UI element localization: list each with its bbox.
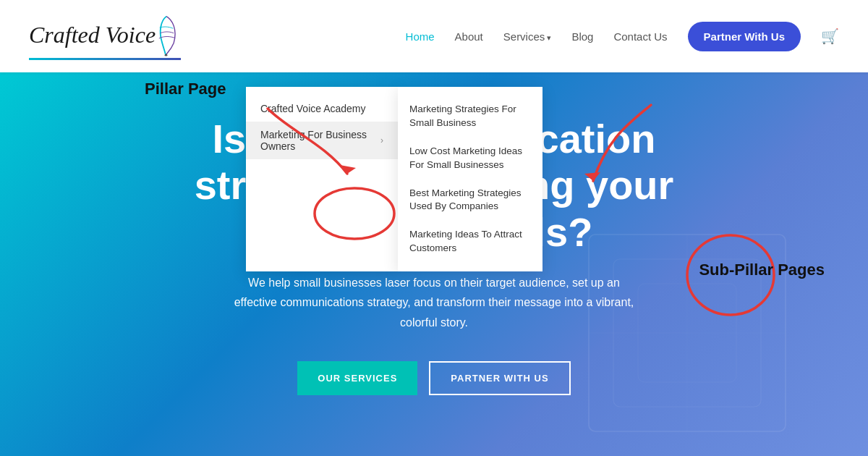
services-dropdown: Crafted Voice Academy Marketing For Busi… [246, 87, 542, 271]
sub-pillar-pages-annotation: Sub-Pillar Pages [699, 261, 825, 279]
nav-home[interactable]: Home [406, 30, 435, 43]
svg-point-0 [165, 54, 168, 56]
our-services-button[interactable]: OUR SERVICES [297, 361, 417, 395]
dropdown-item-marketing[interactable]: Marketing For Business Owners › [246, 122, 398, 159]
nav-contact[interactable]: Contact Us [613, 30, 667, 43]
dropdown-sub-item-4[interactable]: Marketing Ideas To Attract Customers [398, 221, 542, 263]
dropdown-sub-item-3[interactable]: Best Marketing Strategies Used By Compan… [398, 180, 542, 221]
dropdown-sub-item-1[interactable]: Marketing Strategies For Small Business [398, 96, 542, 138]
hero-section: Is your communication strategy supportin… [0, 72, 868, 456]
logo[interactable]: Crafted Voice [29, 13, 181, 60]
dropdown-right-panel: Marketing Strategies For Small Business … [398, 87, 542, 271]
logo-feather-icon [153, 13, 180, 56]
dropdown-left-panel: Crafted Voice Academy Marketing For Busi… [246, 87, 398, 271]
cart-icon[interactable]: 🛒 [821, 28, 839, 45]
hero-background-graphic [564, 210, 810, 456]
hero-buttons: OUR SERVICES PARTNER WITH US [297, 361, 570, 395]
logo-text: Crafted Voice [29, 23, 156, 46]
chevron-right-icon: › [380, 135, 383, 145]
partner-with-us-hero-button[interactable]: PARTNER WITH US [429, 361, 570, 395]
nav-about[interactable]: About [455, 30, 483, 43]
partner-with-us-button[interactable]: Partner With Us [688, 22, 801, 51]
pillar-page-annotation: Pillar Page [145, 80, 226, 98]
nav-services[interactable]: Services [503, 30, 552, 43]
dropdown-item-academy[interactable]: Crafted Voice Academy [246, 96, 398, 122]
nav-blog[interactable]: Blog [571, 30, 593, 43]
dropdown-sub-item-2[interactable]: Low Cost Marketing Ideas For Small Busin… [398, 138, 542, 180]
logo-underline [29, 58, 181, 60]
header: Crafted Voice Home About Services Blog C… [0, 0, 868, 72]
main-nav: Home About Services Blog Contact Us Part… [406, 22, 839, 51]
